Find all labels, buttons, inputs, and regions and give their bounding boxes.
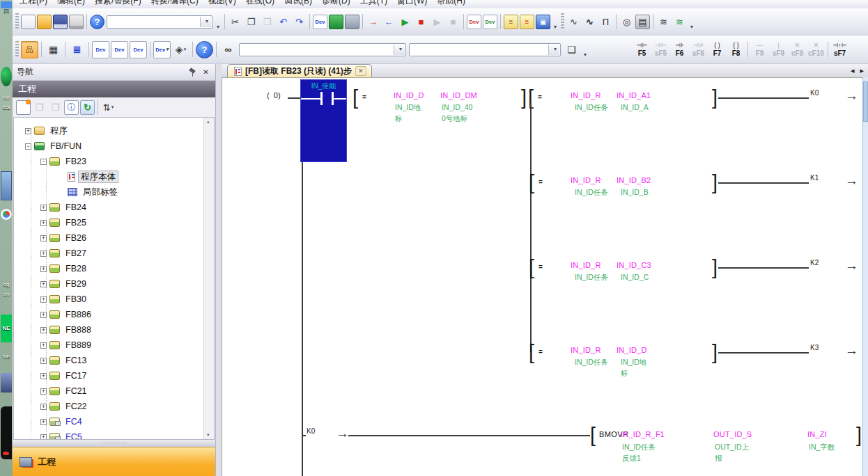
toolbar-icon[interactable] — [616, 14, 617, 29]
menu-item[interactable]: 视图(V) — [208, 0, 236, 8]
device-batch-replace-icon[interactable]: Dev — [130, 41, 147, 58]
tree-expander-icon[interactable]: + — [40, 419, 47, 425]
desktop-icon-window[interactable] — [1, 171, 12, 200]
desktop-icon-label[interactable]: og — [1, 281, 12, 287]
tree-expander-icon[interactable]: + — [25, 128, 31, 134]
toolbar-icon[interactable] — [150, 42, 150, 57]
trace-search-icon[interactable]: ◎ — [619, 15, 634, 29]
tree-item-fb28[interactable]: + FB28 — [14, 261, 214, 276]
data-property-icon[interactable]: ⓘ — [64, 100, 79, 115]
desktop-icon-label[interactable]: NE — [1, 354, 12, 360]
desktop-icon-green[interactable] — [1, 67, 12, 86]
find-target-combobox[interactable] — [239, 43, 406, 56]
screen-find-icon[interactable] — [329, 15, 343, 29]
paste-icon[interactable]: ❐ — [260, 15, 274, 29]
coil-button[interactable]: ( )F7 — [708, 39, 727, 60]
ladder-device[interactable]: IN_ID_R — [571, 91, 601, 100]
desktop-icon-photo[interactable] — [1, 373, 12, 392]
toolbar-icon[interactable] — [463, 14, 464, 29]
editor-vertical-scrollbar[interactable] — [862, 77, 868, 476]
save-project-icon[interactable] — [53, 15, 68, 29]
module-configuration-icon[interactable]: ▦ — [45, 41, 62, 58]
tree-item-fb889[interactable]: + FB889 — [14, 338, 214, 353]
tree-item-fb27[interactable]: + FB27 — [14, 246, 214, 261]
toolbar-overflow-icon[interactable]: ▾ — [551, 13, 559, 30]
desktop-icon-label[interactable]: sta — [1, 104, 12, 111]
tree-expander-icon[interactable]: + — [40, 373, 47, 379]
device-display-dropdown[interactable]: Dev — [153, 41, 171, 58]
tree-item-fb29[interactable]: + FB29 — [14, 276, 214, 292]
hardware-find-icon[interactable] — [345, 15, 359, 29]
close-branch-button[interactable]: ⊣⊬sF6 — [689, 39, 708, 60]
cut-icon[interactable]: ✂ — [228, 15, 242, 29]
menu-item[interactable]: 搜索/替换(F) — [95, 0, 141, 8]
statement-display-icon[interactable]: ≡ — [504, 15, 518, 29]
ladder-cursor-cell[interactable]: IN_使能 — [300, 79, 347, 162]
fkey-separator[interactable] — [826, 39, 830, 60]
tree-item-fc21[interactable]: + FC21 — [14, 383, 214, 399]
panel-splitter[interactable]: ········· — [13, 440, 215, 447]
line-app-icon[interactable]: NE — [1, 315, 12, 342]
navigation-window-toggle[interactable]: 品 — [21, 41, 38, 58]
tree-expander-icon[interactable]: + — [40, 312, 47, 318]
tree-item-fb886[interactable]: + FB886 — [14, 307, 214, 322]
toolbar-icon[interactable] — [88, 42, 89, 57]
tree-item-fb23[interactable]: - FB23 — [14, 154, 214, 169]
tree-expander-icon[interactable]: - — [40, 159, 47, 165]
ladder-editor-canvas[interactable]: ( 0) IN_使能 [ = IN_ID_D IN_ID_DM IN_ID地 标… — [222, 77, 862, 476]
ladder-device[interactable]: IN_ZI — [807, 430, 827, 438]
toolbar-icon[interactable] — [561, 13, 564, 30]
toolbar-icon[interactable] — [192, 42, 193, 57]
toolbar-icon[interactable] — [224, 14, 225, 29]
new-data-icon[interactable] — [16, 100, 31, 115]
copy-data-icon[interactable]: ❐ — [32, 100, 47, 115]
tree-item-fb30[interactable]: + FB30 — [14, 292, 214, 307]
desktop-icon-label[interactable]: 回 — [1, 8, 12, 15]
tree-expander-icon[interactable]: + — [40, 404, 47, 410]
tree-expander-icon[interactable]: + — [40, 327, 47, 333]
tree-item-fb25[interactable]: + FB25 — [14, 215, 214, 230]
write-to-plc-icon[interactable]: → — [366, 15, 380, 29]
ladder-device[interactable]: IN_ID_B2 — [617, 176, 651, 184]
ladder-device[interactable]: IN_ID_D — [617, 346, 647, 354]
desktop-icon-label[interactable]: on — [1, 291, 12, 297]
toolbar-icon[interactable] — [500, 14, 501, 29]
ladder-device[interactable]: IN_ID_R_F1 — [621, 430, 665, 438]
toolbar-icon[interactable] — [41, 42, 42, 57]
device-find-icon[interactable]: Dev — [313, 15, 327, 29]
tree-item-fb888[interactable]: + FB888 — [14, 322, 214, 338]
ladder-device[interactable]: IN_ID_C3 — [617, 261, 651, 269]
tree-item-fb-fun[interactable]: - FB/FUN — [14, 138, 214, 154]
tab-scroll-left-icon[interactable]: ◂ — [851, 65, 855, 76]
tree-expander-icon[interactable]: - — [25, 143, 31, 150]
toolbar-icon[interactable] — [65, 42, 65, 57]
tree-expander-icon[interactable]: + — [40, 342, 47, 349]
toolbar-icon[interactable] — [362, 14, 363, 29]
toolbar-icon[interactable] — [653, 14, 653, 29]
paste-data-icon[interactable]: ❐ — [48, 100, 63, 115]
toolbar-icon[interactable] — [86, 14, 87, 29]
help-icon[interactable]: ? — [196, 41, 213, 58]
help-icon[interactable]: ? — [90, 15, 104, 29]
new-project-icon[interactable] — [21, 15, 36, 29]
toolbar-icon[interactable] — [216, 42, 217, 57]
tree-expander-icon[interactable]: + — [40, 251, 47, 257]
find-in-document-icon[interactable]: ❏ — [563, 41, 580, 58]
project-view-tab[interactable]: 工程 — [13, 447, 215, 476]
graph-monitor-icon[interactable]: ≋ — [672, 15, 687, 29]
ladder-device[interactable]: IN_ID_R — [571, 346, 601, 354]
print-icon[interactable] — [69, 15, 84, 29]
read-from-plc-icon[interactable]: → — [382, 15, 396, 29]
menu-item[interactable]: 工程(P) — [20, 0, 47, 8]
monitor-write-mode-icon[interactable]: ▶ — [430, 15, 444, 29]
tree-item-program[interactable]: + 程序 — [14, 123, 214, 138]
tree-item-fb26[interactable]: + FB26 — [14, 230, 214, 246]
application-instruction-button[interactable]: { }F8 — [727, 39, 745, 60]
note-display-icon[interactable]: ≡ — [520, 15, 534, 29]
tab-scroll-right-icon[interactable]: ▸ — [860, 65, 864, 76]
instruction-skip-dropdown[interactable]: ◈ — [172, 41, 189, 58]
redo-icon[interactable]: ↷ — [292, 15, 307, 29]
ladder-device[interactable]: IN_ID_A1 — [617, 91, 651, 100]
ladder-device[interactable]: IN_ID_DM — [440, 91, 477, 100]
pulse-convert-icon[interactable]: Π — [598, 15, 613, 29]
